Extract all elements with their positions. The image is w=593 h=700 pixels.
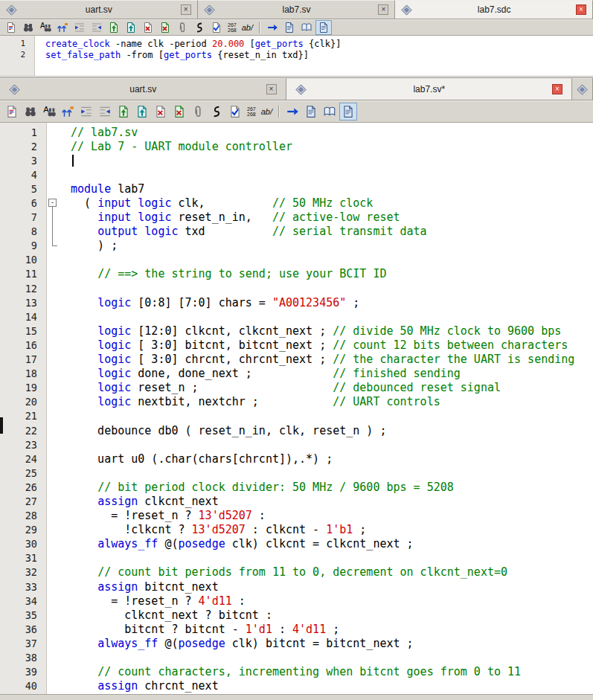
export-page-icon[interactable] (133, 103, 151, 121)
tab-lab7-sdc[interactable]: lab7.sdc× (395, 0, 593, 19)
code-text[interactable]: debounce db0 ( reset_n_in, clk, reset_n … (71, 424, 386, 437)
find-replace-icon[interactable] (37, 20, 54, 35)
attachment-icon[interactable] (174, 20, 190, 35)
code-token: nextbit, nextchr ; (131, 395, 333, 408)
code-line: 23 (0, 437, 593, 452)
macro-icon[interactable] (191, 20, 208, 35)
code-text[interactable]: set_false_path -from [get_ports {reset_n… (45, 50, 309, 60)
code-text[interactable]: always_ff @(posedge clk) clkcnt = clkcnt… (71, 537, 414, 550)
open-book-icon[interactable] (298, 20, 315, 35)
code-text[interactable]: logic [12:0] clkcnt, clkcnt_next ; // di… (71, 324, 561, 338)
tab-uart-sv[interactable]: uart.sv× (0, 78, 286, 100)
code-line: 25 (0, 466, 593, 480)
tab-lab7-sv[interactable]: lab7.sv*× (286, 78, 573, 100)
code-token: ; (346, 296, 359, 309)
insert-page-icon[interactable] (106, 20, 122, 35)
code-text[interactable]: logic done, done_next ; // finished send… (71, 367, 461, 380)
tab-partial[interactable] (572, 78, 593, 100)
comment-token: // active-low reset (272, 211, 400, 224)
code-editor-sv[interactable]: 1// lab7.sv2// Lab 7 - UART module contr… (0, 123, 593, 695)
indent-icon[interactable] (71, 20, 88, 35)
notes-page-icon[interactable] (339, 103, 357, 121)
goto-bookmark-icon[interactable] (59, 103, 77, 121)
find-replace-icon[interactable] (40, 103, 58, 121)
insert-page-icon[interactable] (115, 103, 132, 121)
fold-column (46, 466, 71, 480)
code-text[interactable]: // bit period clock divider: 50 MHz / 96… (71, 481, 454, 494)
delete-page-icon[interactable] (140, 20, 156, 35)
code-text[interactable]: !clkcnt ? 13'd5207 : clkcnt - 1'b1 ; (71, 523, 366, 536)
code-text[interactable]: logic [ 3:0] chrcnt, chrcnt_next ; // th… (71, 353, 574, 366)
code-text[interactable]: // ==> the string to send; use your BCIT… (71, 267, 386, 280)
template-page-icon[interactable] (302, 103, 320, 121)
code-text[interactable]: input logic reset_n_in, // active-low re… (71, 211, 400, 224)
code-text[interactable]: always_ff @(posedge clk) bitcnt = bitcnt… (71, 637, 414, 650)
line-count-badge[interactable]: 267268 (245, 106, 258, 118)
syntax-check-icon[interactable] (208, 20, 225, 35)
horizontal-scrollbar[interactable] (0, 694, 593, 700)
tab-close-button[interactable]: × (576, 4, 586, 15)
code-text[interactable]: = !reset_n ? 13'd5207 : (71, 509, 266, 522)
collapse-minus-icon[interactable]: - (48, 199, 57, 207)
code-text[interactable]: // Lab 7 - UART module controller (71, 140, 292, 153)
fold-column (46, 309, 71, 324)
code-token (71, 637, 97, 650)
line-number: 12 (0, 283, 46, 295)
goto-bookmark-icon[interactable] (54, 20, 71, 35)
open-book-icon[interactable] (321, 103, 339, 121)
outdent-icon[interactable] (96, 103, 114, 121)
remove-page-icon[interactable] (157, 20, 173, 35)
export-page-icon[interactable] (123, 20, 139, 35)
tab-close-button[interactable]: × (266, 84, 277, 94)
code-text[interactable]: // lab7.sv (71, 126, 138, 139)
code-text[interactable]: logic [ 3:0] bitcnt, bitcnt_next ; // co… (71, 338, 568, 352)
outdent-icon[interactable] (89, 20, 105, 35)
line-number: 39 (0, 666, 46, 678)
tab-close-button[interactable]: × (181, 4, 191, 15)
tab-lab7-sv[interactable]: lab7.sv× (198, 0, 396, 19)
code-text[interactable]: ) ; (71, 239, 118, 252)
code-text[interactable]: // count characters, incrementing when b… (71, 665, 521, 678)
code-text[interactable]: logic [0:8] [7:0] chars = "A00123456" ; (71, 296, 359, 309)
find-icon[interactable] (22, 103, 39, 121)
comment-token: // Lab 7 - UART module controller (71, 140, 292, 153)
keyword-token: get_ports (164, 50, 212, 60)
word-wrap-badge[interactable]: ab/ (259, 107, 275, 116)
template-page-icon[interactable] (281, 20, 298, 35)
code-text[interactable]: bitcnt ? bitcnt - 1'd1 : 4'd11 ; (71, 623, 339, 636)
word-wrap-badge[interactable]: ab/ (240, 23, 255, 32)
code-editor-sdc[interactable]: 1create_clock -name clk -period 20.000 [… (0, 36, 593, 76)
code-text[interactable]: // count bit periods from 11 to 0, decre… (71, 565, 507, 579)
find-icon[interactable] (20, 20, 36, 35)
code-text[interactable]: assign chrcnt_next (71, 679, 219, 693)
edit-document-icon[interactable] (3, 20, 19, 35)
tab-close-button[interactable]: × (552, 84, 562, 94)
code-token: clk) clkcnt = clkcnt_next ; (225, 537, 414, 550)
code-text[interactable]: = !reset_n ? 4'd11 : (71, 594, 246, 608)
attachment-icon[interactable] (189, 103, 207, 121)
syntax-check-icon[interactable] (226, 103, 244, 121)
code-text[interactable]: module lab7 (71, 182, 144, 196)
code-text[interactable]: uart u0 (.char(chars[chrcnt]),.*) ; (71, 452, 333, 466)
code-text[interactable]: ( input logic clk, // 50 MHz clock (71, 196, 373, 210)
code-text[interactable]: create_clock -name clk -period 20.000 [g… (45, 39, 341, 49)
code-text[interactable]: assign clkcnt_next (71, 495, 219, 508)
next-bookmark-icon[interactable] (283, 103, 301, 121)
fold-toggle-icon[interactable]: - (46, 196, 71, 210)
code-text[interactable]: logic nextbit, nextchr ; // UART control… (71, 395, 440, 408)
remove-page-icon[interactable] (170, 103, 188, 121)
edit-document-icon[interactable] (3, 103, 21, 121)
notes-page-icon[interactable] (315, 20, 332, 35)
next-bookmark-icon[interactable] (264, 20, 281, 35)
code-text[interactable]: output logic txd // serial transmit data (71, 225, 427, 238)
line-count-badge[interactable]: 267268 (225, 22, 239, 33)
code-text[interactable]: logic reset_n ; // debounced reset signa… (71, 381, 501, 394)
tab-uart-sv[interactable]: uart.sv× (0, 0, 198, 19)
code-text[interactable]: assign bitcnt_next (71, 580, 219, 594)
code-text[interactable] (71, 154, 74, 167)
code-text[interactable]: clkcnt_next ? bitcnt : (71, 609, 272, 622)
tab-close-button[interactable]: × (378, 4, 388, 15)
delete-page-icon[interactable] (152, 103, 170, 121)
indent-icon[interactable] (77, 103, 95, 121)
macro-icon[interactable] (208, 103, 225, 121)
